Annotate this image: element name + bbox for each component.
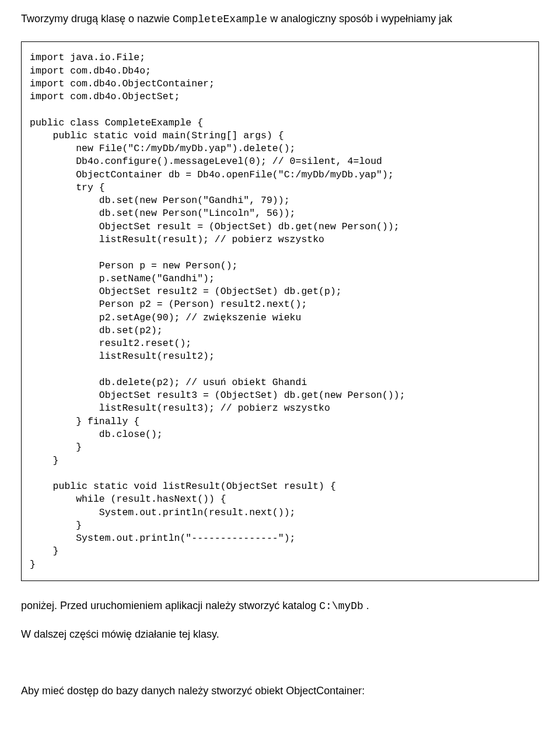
intro-paragraph: Tworzymy drugą klasę o nazwie CompleteEx… xyxy=(21,12,539,26)
below-p1-after: . xyxy=(363,600,369,611)
document-page: Tworzymy drugą klasę o nazwie CompleteEx… xyxy=(0,0,560,735)
code-block: import java.io.File; import com.db4o.Db4… xyxy=(21,41,539,581)
paragraph-below-code-3: Aby mieć dostęp do bazy danych należy st… xyxy=(21,684,539,698)
intro-text-after: w analogiczny sposób i wypełniamy jak xyxy=(267,13,452,25)
paragraph-below-code-1: poniżej. Przed uruchomieniem aplikacji n… xyxy=(21,599,539,613)
spacer xyxy=(21,656,539,684)
paragraph-below-code-2: W dalszej części mówię działanie tej kla… xyxy=(21,627,539,641)
below-p1-before: poniżej. Przed uruchomieniem aplikacji n… xyxy=(21,600,319,611)
below-p1-path: C:\myDb xyxy=(319,600,363,612)
intro-text-before: Tworzymy drugą klasę o nazwie xyxy=(21,13,173,25)
intro-classname: CompleteExample xyxy=(173,13,267,25)
